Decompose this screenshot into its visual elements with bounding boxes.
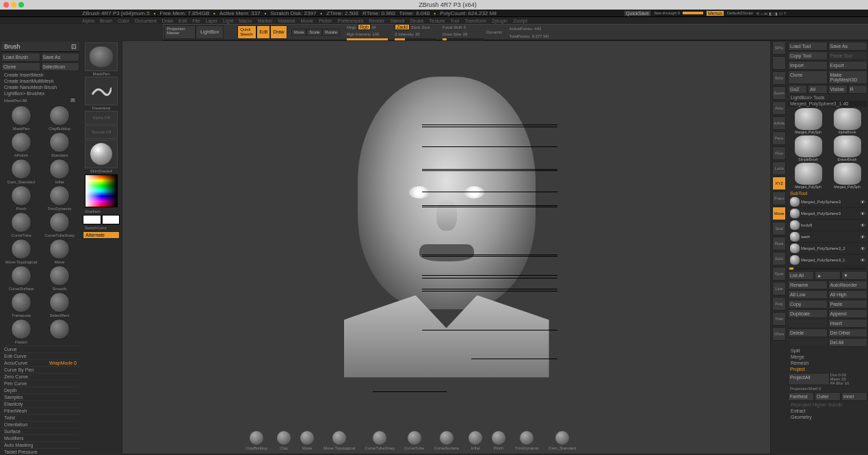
viewport-local[interactable]: Loca: [772, 161, 786, 175]
viewport-move[interactable]: Move: [772, 207, 786, 220]
section-surface[interactable]: Surface: [1, 428, 79, 434]
viewport-zoom[interactable]: Zoom: [772, 86, 786, 100]
rgb-intensity-value[interactable]: 100: [372, 32, 379, 36]
menu-picker[interactable]: Picker: [319, 18, 332, 23]
section-depth[interactable]: Depth: [1, 387, 79, 393]
minimize-icon[interactable]: [11, 2, 16, 8]
reproject-button[interactable]: Reproject Higher Subdiv: [788, 402, 867, 408]
brush-dam_standard[interactable]: Dam_Standard: [3, 159, 40, 184]
menu-stroke[interactable]: Stroke: [410, 18, 423, 23]
selecticon-button[interactable]: SelectIcon: [41, 62, 80, 71]
create-create-insertmultimesh[interactable]: Create InsertMultiMesh: [1, 78, 79, 84]
brush-move[interactable]: Move: [41, 239, 78, 264]
move-button[interactable]: Move: [291, 29, 307, 36]
section-tablet-pressure[interactable]: Tablet Pressure: [1, 448, 79, 454]
shelf-inflat[interactable]: Inflat: [469, 431, 482, 450]
color-picker[interactable]: [85, 174, 118, 207]
toolbar-icons[interactable]: ⟲ ⌂ ⊞ ◧ ◨ ⊡ ?: [756, 11, 786, 16]
projection-master-button[interactable]: Projection Master: [164, 25, 196, 39]
focal-shift-value[interactable]: 0: [464, 25, 466, 29]
inner-button[interactable]: Inner: [841, 392, 867, 401]
tool-eraserbrush[interactable]: EraserBrush: [828, 135, 866, 161]
menu-document[interactable]: Document: [135, 18, 157, 23]
viewport-icon[interactable]: [772, 56, 786, 70]
brush-curvetube[interactable]: CurveTube: [3, 212, 40, 237]
zcut-button[interactable]: Zcut: [422, 25, 430, 29]
load-tool-button[interactable]: Load Tool: [788, 42, 828, 51]
section-pen-curve[interactable]: Pen Curve: [1, 380, 79, 387]
subtool-header[interactable]: SubTool: [788, 190, 867, 196]
viewport-frame[interactable]: Fram: [772, 192, 786, 205]
pablur-slider[interactable]: PA Blur 10: [830, 381, 868, 385]
shelf-pinch[interactable]: Pinch: [492, 431, 505, 450]
extract-section[interactable]: Extract: [788, 408, 867, 414]
clone-brush-button[interactable]: Clone: [1, 62, 40, 71]
subtool-row[interactable]: Merged_PolySphere3_2👁: [788, 243, 867, 255]
project-header[interactable]: Project: [788, 366, 867, 372]
menu-macro[interactable]: Macro: [239, 18, 252, 23]
subtool-row[interactable]: Merged_PolySphere3👁: [788, 208, 867, 220]
r-tool-button[interactable]: R: [848, 85, 867, 94]
quicksketch-button[interactable]: Quick Sketch: [237, 25, 257, 39]
create-create-nanomesh-brush[interactable]: Create NanoMesh Brush: [1, 84, 79, 90]
secondary-color-swatch[interactable]: [102, 215, 120, 224]
shelf-curvetubesnap[interactable]: CurveTubeSnap: [365, 431, 394, 450]
close-icon[interactable]: [3, 2, 9, 8]
section-merge[interactable]: Merge: [788, 354, 867, 360]
del-all-button[interactable]: Del All: [828, 338, 868, 347]
section-zero-curve[interactable]: Zero Curve: [1, 373, 79, 380]
menu-zscript[interactable]: Zscript: [513, 18, 527, 23]
shelf-trimdynamic[interactable]: TrimDynamic: [515, 431, 539, 450]
goz-button[interactable]: GoZ: [788, 85, 807, 94]
autoreorder-button[interactable]: AutoReorder: [828, 281, 868, 289]
viewport-persp[interactable]: Pers: [772, 131, 786, 145]
section-remesh[interactable]: Remesh: [788, 360, 867, 366]
section-orientation[interactable]: Orientation: [1, 421, 79, 428]
menu-color[interactable]: Color: [118, 18, 129, 23]
brush-claybuildup[interactable]: ClayBuildup: [41, 105, 78, 131]
append-button[interactable]: Append: [828, 309, 868, 318]
menu-light[interactable]: Light: [223, 18, 233, 23]
lightbox-button[interactable]: LightBox: [196, 25, 224, 39]
menu-movie[interactable]: Movie: [300, 18, 313, 23]
viewport-floor[interactable]: Floo: [772, 146, 786, 160]
tool-merged_polysphere3[interactable]: Merged_PolySph: [828, 163, 866, 189]
brush-curvesurface[interactable]: CurveSurface: [3, 265, 40, 291]
projectall-button[interactable]: ProjectAll: [788, 373, 830, 385]
menu-preferences[interactable]: Preferences: [338, 18, 364, 23]
lightbox-tools[interactable]: LightBox> Tools: [788, 94, 867, 101]
section-samples[interactable]: Samples: [1, 393, 79, 400]
texture-preview[interactable]: Texture Off: [85, 125, 118, 139]
all-button[interactable]: All: [808, 85, 827, 94]
shelf-curvetube[interactable]: CurveTube: [404, 431, 424, 450]
viewport[interactable]: ClayBuildupClayMoveMove TopologicalCurve…: [122, 40, 771, 454]
zsub-button[interactable]: Zsub: [411, 25, 420, 29]
viewport-xpose[interactable]: Xpos: [772, 267, 786, 281]
farthest-button[interactable]: Farthest: [788, 392, 814, 401]
r-button[interactable]: R: [69, 97, 77, 103]
lightbox-brushes[interactable]: LightBox> Brushes: [1, 90, 79, 96]
menu-stencil[interactable]: Stencil: [390, 18, 404, 23]
menu-brush[interactable]: Brush: [100, 18, 112, 23]
dynamic-button[interactable]: Dynamic: [486, 30, 502, 34]
listall-button[interactable]: List All: [788, 271, 814, 280]
section-twist[interactable]: Twist: [1, 414, 79, 421]
alternate-button[interactable]: Alternate: [83, 231, 120, 239]
viewport-aahalf[interactable]: AAHa: [772, 116, 786, 130]
viewport-xyz[interactable]: XYZ: [772, 177, 786, 190]
menu-draw[interactable]: Draw: [162, 18, 173, 23]
up-arrow-icon[interactable]: ▲: [815, 271, 841, 280]
seethrough-slider[interactable]: See-through 0: [654, 11, 680, 15]
delete-button[interactable]: Delete: [788, 328, 828, 337]
menu-alpha[interactable]: Alpha: [82, 18, 94, 23]
viewport-ghost[interactable]: Ghos: [772, 327, 786, 341]
section-modifiers[interactable]: Modifiers: [1, 434, 79, 441]
stroke-preview[interactable]: [85, 77, 118, 105]
switchcolor-button[interactable]: SwitchColor: [82, 225, 120, 231]
make-polymesh-button[interactable]: Make PolyMesh3D: [828, 70, 868, 84]
all-low-button[interactable]: All Low: [788, 290, 828, 299]
quicksave-button[interactable]: QuickSave: [624, 10, 651, 16]
draw-size-value[interactable]: 39: [463, 32, 468, 36]
paste-button[interactable]: Paste: [828, 300, 868, 309]
viewport-solo[interactable]: Solo: [772, 252, 786, 265]
